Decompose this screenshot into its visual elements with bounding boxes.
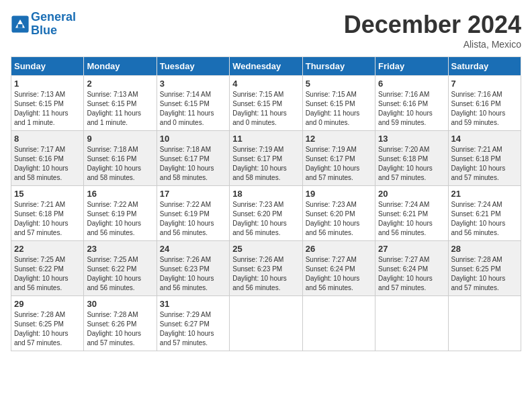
day-number: 29 [14,299,81,309]
day-info: Sunrise: 7:18 AMSunset: 6:17 PMDaylight:… [160,145,226,183]
table-row: 18Sunrise: 7:23 AMSunset: 6:20 PMDayligh… [230,186,302,241]
day-info: Sunrise: 7:17 AMSunset: 6:16 PMDaylight:… [14,145,81,183]
header-row: Sunday Monday Tuesday Wednesday Thursday… [11,57,521,76]
table-row: 10Sunrise: 7:18 AMSunset: 6:17 PMDayligh… [157,131,229,186]
calendar-title: December 2024 [344,11,521,39]
header-saturday: Saturday [448,57,521,76]
table-row [448,296,521,351]
table-row: 30Sunrise: 7:28 AMSunset: 6:26 PMDayligh… [84,296,157,351]
day-info: Sunrise: 7:28 AMSunset: 6:26 PMDaylight:… [87,310,153,348]
table-row: 15Sunrise: 7:21 AMSunset: 6:18 PMDayligh… [11,186,84,241]
logo-line2: Blue [31,24,57,37]
table-row: 25Sunrise: 7:26 AMSunset: 6:23 PMDayligh… [230,241,302,296]
day-info: Sunrise: 7:16 AMSunset: 6:16 PMDaylight:… [451,90,518,128]
svg-rect-2 [18,24,23,28]
title-section: December 2024 Alista, Mexico [344,11,521,50]
page-header: General Blue December 2024 Alista, Mexic… [11,11,521,50]
header-thursday: Thursday [302,57,375,76]
day-info: Sunrise: 7:13 AMSunset: 6:15 PMDaylight:… [87,90,153,128]
table-row: 13Sunrise: 7:20 AMSunset: 6:18 PMDayligh… [375,131,448,186]
logo-icon [11,15,30,34]
table-row: 4Sunrise: 7:15 AMSunset: 6:15 PMDaylight… [230,76,302,131]
logo: General Blue [11,11,76,38]
day-info: Sunrise: 7:15 AMSunset: 6:15 PMDaylight:… [306,90,372,128]
table-row: 20Sunrise: 7:24 AMSunset: 6:21 PMDayligh… [375,186,448,241]
day-number: 10 [160,134,226,144]
table-row: 3Sunrise: 7:14 AMSunset: 6:15 PMDaylight… [157,76,229,131]
day-info: Sunrise: 7:25 AMSunset: 6:22 PMDaylight:… [87,255,153,293]
day-info: Sunrise: 7:28 AMSunset: 6:25 PMDaylight:… [14,310,81,348]
table-row: 21Sunrise: 7:24 AMSunset: 6:21 PMDayligh… [448,186,521,241]
day-number: 1 [14,79,81,89]
header-sunday: Sunday [11,57,84,76]
day-info: Sunrise: 7:21 AMSunset: 6:18 PMDaylight:… [451,145,518,183]
day-info: Sunrise: 7:15 AMSunset: 6:15 PMDaylight:… [232,90,299,128]
day-number: 14 [451,134,518,144]
day-number: 18 [232,189,299,199]
day-number: 2 [87,79,153,89]
table-row: 23Sunrise: 7:25 AMSunset: 6:22 PMDayligh… [84,241,157,296]
table-row: 28Sunrise: 7:28 AMSunset: 6:25 PMDayligh… [448,241,521,296]
day-info: Sunrise: 7:13 AMSunset: 6:15 PMDaylight:… [14,90,81,128]
calendar-week-row: 29Sunrise: 7:28 AMSunset: 6:25 PMDayligh… [11,296,521,351]
day-info: Sunrise: 7:29 AMSunset: 6:27 PMDaylight:… [160,310,226,348]
calendar-week-row: 22Sunrise: 7:25 AMSunset: 6:22 PMDayligh… [11,241,521,296]
day-number: 26 [306,244,372,254]
day-number: 9 [87,134,153,144]
table-row: 1Sunrise: 7:13 AMSunset: 6:15 PMDaylight… [11,76,84,131]
table-row [375,296,448,351]
table-row: 9Sunrise: 7:18 AMSunset: 6:16 PMDaylight… [84,131,157,186]
day-number: 23 [87,244,153,254]
table-row [302,296,375,351]
day-info: Sunrise: 7:25 AMSunset: 6:22 PMDaylight:… [14,255,81,293]
day-number: 21 [451,189,518,199]
day-number: 27 [378,244,445,254]
logo-line1: General [31,10,76,24]
table-row: 6Sunrise: 7:16 AMSunset: 6:16 PMDaylight… [375,76,448,131]
table-row [230,296,302,351]
day-info: Sunrise: 7:24 AMSunset: 6:21 PMDaylight:… [378,200,445,238]
day-number: 12 [306,134,372,144]
day-number: 16 [87,189,153,199]
calendar-week-row: 8Sunrise: 7:17 AMSunset: 6:16 PMDaylight… [11,131,521,186]
day-number: 5 [306,79,372,89]
header-tuesday: Tuesday [157,57,229,76]
table-row: 27Sunrise: 7:27 AMSunset: 6:24 PMDayligh… [375,241,448,296]
table-row: 5Sunrise: 7:15 AMSunset: 6:15 PMDaylight… [302,76,375,131]
day-info: Sunrise: 7:28 AMSunset: 6:25 PMDaylight:… [451,255,518,293]
day-info: Sunrise: 7:22 AMSunset: 6:19 PMDaylight:… [87,200,153,238]
day-number: 19 [306,189,372,199]
day-number: 17 [160,189,226,199]
header-monday: Monday [84,57,157,76]
table-row: 24Sunrise: 7:26 AMSunset: 6:23 PMDayligh… [157,241,229,296]
header-wednesday: Wednesday [230,57,302,76]
table-row: 29Sunrise: 7:28 AMSunset: 6:25 PMDayligh… [11,296,84,351]
day-number: 20 [378,189,445,199]
calendar-week-row: 15Sunrise: 7:21 AMSunset: 6:18 PMDayligh… [11,186,521,241]
day-number: 7 [451,79,518,89]
day-info: Sunrise: 7:19 AMSunset: 6:17 PMDaylight:… [232,145,299,183]
logo-text: General Blue [31,11,76,38]
day-number: 11 [232,134,299,144]
table-row: 2Sunrise: 7:13 AMSunset: 6:15 PMDaylight… [84,76,157,131]
day-info: Sunrise: 7:24 AMSunset: 6:21 PMDaylight:… [451,200,518,238]
table-row: 19Sunrise: 7:23 AMSunset: 6:20 PMDayligh… [302,186,375,241]
table-row: 12Sunrise: 7:19 AMSunset: 6:17 PMDayligh… [302,131,375,186]
day-number: 24 [160,244,226,254]
table-row: 11Sunrise: 7:19 AMSunset: 6:17 PMDayligh… [230,131,302,186]
day-info: Sunrise: 7:26 AMSunset: 6:23 PMDaylight:… [232,255,299,293]
day-number: 28 [451,244,518,254]
table-row: 8Sunrise: 7:17 AMSunset: 6:16 PMDaylight… [11,131,84,186]
day-number: 8 [14,134,81,144]
day-number: 22 [14,244,81,254]
day-info: Sunrise: 7:23 AMSunset: 6:20 PMDaylight:… [232,200,299,238]
day-info: Sunrise: 7:16 AMSunset: 6:16 PMDaylight:… [378,90,445,128]
day-info: Sunrise: 7:19 AMSunset: 6:17 PMDaylight:… [306,145,372,183]
day-number: 4 [232,79,299,89]
day-number: 30 [87,299,153,309]
calendar-subtitle: Alista, Mexico [344,39,521,50]
day-number: 31 [160,299,226,309]
day-number: 13 [378,134,445,144]
day-info: Sunrise: 7:18 AMSunset: 6:16 PMDaylight:… [87,145,153,183]
table-row: 17Sunrise: 7:22 AMSunset: 6:19 PMDayligh… [157,186,229,241]
